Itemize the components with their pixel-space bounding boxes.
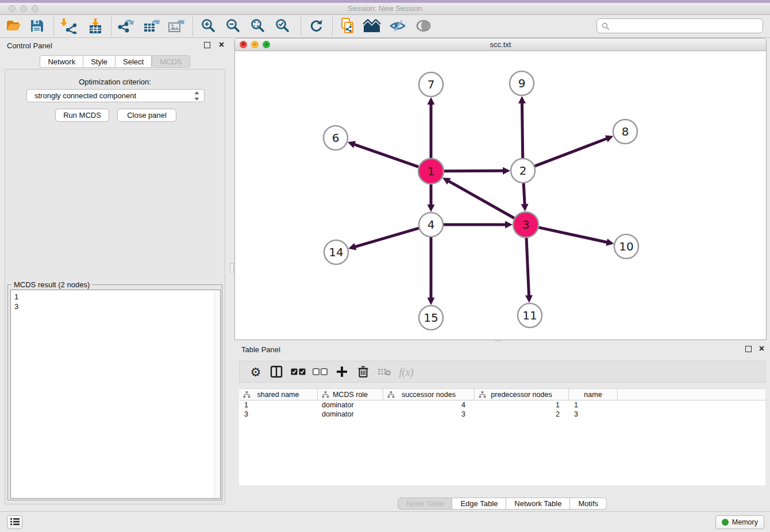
open-folder-icon [5,18,21,35]
tab-select[interactable]: Select [116,55,152,68]
export-table-button[interactable] [141,17,161,36]
control-panel-close-button[interactable]: × [219,41,224,48]
import-network-button[interactable] [59,17,79,36]
control-panel-tabs: Network Style Select MCDS [0,55,230,68]
window-zoom-button[interactable] [32,5,38,12]
tab-edge-table[interactable]: Edge Table [452,498,506,510]
tab-network[interactable]: Network [40,55,83,68]
zoom-fit-button[interactable] [248,17,268,36]
graph-node-label: 4 [428,218,435,232]
graph-node-label: 3 [522,218,530,232]
table-toolbar: ⚙ f(x) [239,361,765,383]
search-input[interactable] [612,20,759,32]
window-minimize-button[interactable] [20,5,27,12]
mcds-result-list[interactable]: 1 3 [10,290,221,499]
graph-node-label: 8 [622,125,629,138]
table-row[interactable]: 3 dominator 3 2 3 [239,410,765,419]
copy-network-icon [340,17,356,36]
table-panel-close-button[interactable]: × [759,345,764,352]
export-network-icon [117,18,135,36]
delete-column-button[interactable] [354,363,372,381]
tab-motifs[interactable]: Motifs [570,498,607,510]
home-view-button[interactable] [363,17,382,36]
birdseye-view-button[interactable] [414,17,433,36]
export-image-icon [167,18,184,36]
zoom-in-button[interactable] [199,17,218,36]
table-settings-button[interactable]: ⚙ [247,363,265,381]
column-header-mcds-role[interactable]: MCDS role [318,389,383,400]
network-minimize-button[interactable]: − [251,41,259,48]
list-icon [10,518,20,527]
cell-mcds-role[interactable]: dominator [318,400,383,410]
tab-mcds[interactable]: MCDS [152,55,190,68]
delete-table-button[interactable] [375,363,394,381]
node-table[interactable]: shared name MCDS role successor nodes pr… [239,388,765,485]
memory-status-icon [722,519,729,526]
unchecked-boxes-icon [313,368,328,377]
apply-layout-button[interactable] [306,17,326,36]
column-layout-button[interactable] [267,363,286,381]
duplicate-view-button[interactable] [338,17,357,36]
cell-shared-name[interactable]: 1 [239,400,318,410]
cell-predecessor-nodes[interactable]: 2 [475,410,569,419]
cell-successor-nodes[interactable]: 4 [383,400,475,410]
close-panel-button[interactable]: Close panel [117,109,176,122]
network-graph[interactable]: 7968124314101511 [235,51,766,340]
tab-network-table[interactable]: Network Table [506,498,570,510]
graph-node-label: 7 [428,78,435,91]
zoom-selected-button[interactable] [273,17,292,36]
network-view-window: ✕ − ＋ scc.txt 7968124314101511 [234,38,767,340]
table-panel-float-button[interactable] [745,346,752,352]
vertical-splitter-handle[interactable] [230,263,234,272]
network-maximize-button[interactable]: ＋ [263,41,270,48]
status-bar: Memory [0,511,770,532]
cell-name[interactable]: 3 [569,410,618,419]
open-session-button[interactable] [3,17,23,36]
chevron-up-down-icon [194,91,199,104]
column-header-predecessor-nodes[interactable]: predecessor nodes [475,389,569,400]
export-image-button[interactable] [166,17,186,36]
eye-slash-icon [389,18,406,35]
control-panel: Control Panel × Network Style Select MCD… [0,38,230,511]
network-canvas[interactable]: 7968124314101511 [235,51,766,340]
network-window-titlebar[interactable]: ✕ − ＋ scc.txt [235,38,766,51]
column-header-successor-nodes[interactable]: successor nodes [383,389,475,400]
column-header-shared-name[interactable]: shared name [239,389,318,400]
toolbar-separator [192,17,193,36]
cell-shared-name[interactable]: 3 [239,410,318,419]
mcds-result-item: 1 [11,290,220,302]
window-titlebar[interactable]: Session: New Session [0,3,770,15]
create-column-button[interactable] [333,363,351,381]
memory-button[interactable]: Memory [715,515,764,529]
network-close-button[interactable]: ✕ [240,41,247,48]
table-panel-title: Table Panel [241,345,280,354]
unselect-all-columns-button[interactable] [311,363,329,381]
result-scrollbar[interactable] [214,291,220,498]
zoom-out-button[interactable] [224,17,243,36]
graph-node-label: 14 [329,245,343,259]
run-mcds-button[interactable]: Run MCDS [55,109,109,122]
cell-predecessor-nodes[interactable]: 1 [475,400,569,410]
tab-style[interactable]: Style [83,55,116,68]
export-network-button[interactable] [116,17,136,36]
toolbar-separator [332,17,333,36]
optimization-criterion-select[interactable]: strongly connected component [26,89,205,102]
select-all-columns-button[interactable] [289,363,307,381]
cell-name[interactable]: 1 [569,400,618,410]
cell-mcds-role[interactable]: dominator [318,410,383,419]
search-field[interactable] [596,18,763,33]
window-close-button[interactable] [9,5,16,12]
import-table-button[interactable] [86,17,105,36]
function-builder-button[interactable]: f(x) [397,363,415,381]
save-floppy-icon [29,18,44,35]
cell-successor-nodes[interactable]: 3 [383,410,475,419]
tab-node-table[interactable]: Node Table [398,498,453,510]
control-panel-float-button[interactable] [204,42,210,48]
save-session-button[interactable] [27,17,47,36]
graphics-details-button[interactable] [388,17,407,36]
table-header-row: shared name MCDS role successor nodes pr… [239,389,765,400]
mcds-result-item: 3 [11,302,220,311]
column-header-name[interactable]: name [569,389,618,400]
task-history-button[interactable] [7,515,22,529]
table-row[interactable]: 1 dominator 4 1 1 [239,400,765,410]
